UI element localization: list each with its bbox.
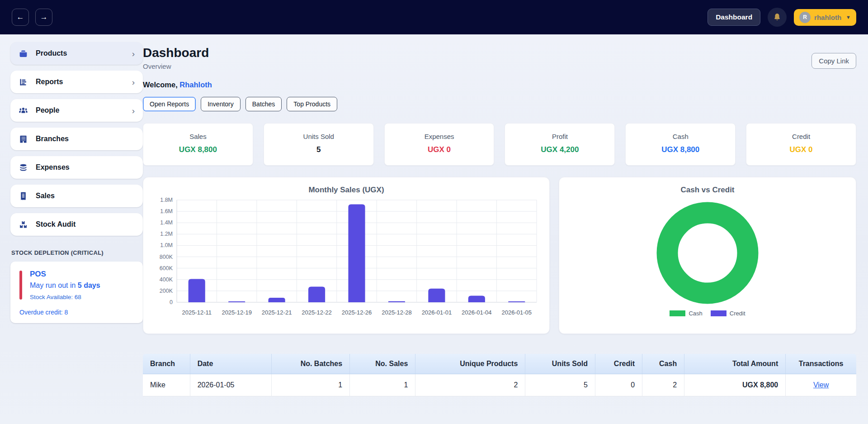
stock-depletion-card[interactable]: POS May run out in 5 days Stock Availabl…	[10, 262, 143, 323]
svg-text:400K: 400K	[160, 276, 173, 283]
sidebar-item-reports[interactable]: Reports ›	[10, 71, 143, 93]
receipt-icon	[19, 191, 28, 201]
stock-available-text: Stock Available: 68	[30, 294, 100, 300]
user-name: rhahloth	[814, 14, 841, 21]
user-menu-button[interactable]: R rhahloth ▼	[794, 9, 856, 26]
cell-cash: 2	[642, 374, 684, 396]
col-units-sold: Units Sold	[525, 354, 595, 374]
svg-text:2025-12-21: 2025-12-21	[262, 309, 292, 316]
box-icon	[19, 49, 28, 58]
sidebar-item-label: People	[36, 106, 59, 114]
svg-text:1.6M: 1.6M	[160, 208, 173, 214]
col-date: Date	[190, 354, 271, 374]
sidebar-item-label: Branches	[36, 135, 69, 143]
dashboard-nav-button[interactable]: Dashboard	[708, 9, 760, 26]
overdue-credit-text: Overdue credit: 8	[19, 309, 135, 316]
stat-card-cash: Cash UGX 8,800	[625, 123, 736, 166]
sidebar-item-people[interactable]: People ›	[10, 99, 143, 122]
sidebar-item-sales[interactable]: Sales	[10, 185, 143, 207]
sidebar-item-label: Stock Audit	[36, 220, 75, 229]
inventory-button[interactable]: Inventory	[201, 97, 241, 111]
svg-text:0: 0	[170, 299, 173, 305]
bar-chart-title: Monthly Sales (UGX)	[152, 186, 540, 195]
sidebar-item-expenses[interactable]: Expenses	[10, 156, 143, 179]
page-subtitle: Overview	[143, 62, 209, 70]
avatar: R	[799, 12, 811, 23]
sidebar: Products › Reports › People › Branches	[0, 42, 143, 396]
coins-icon	[19, 163, 28, 172]
batches-button[interactable]: Batches	[245, 97, 282, 111]
svg-text:2025-12-11: 2025-12-11	[182, 309, 212, 316]
svg-text:200K: 200K	[160, 288, 173, 294]
stat-label: Expenses	[388, 133, 491, 140]
donut-chart-title: Cash vs Credit	[568, 186, 847, 195]
cell-sales: 1	[350, 374, 415, 396]
stat-card-credit: Credit UGX 0	[746, 123, 856, 166]
col-cash: Cash	[642, 354, 684, 374]
sidebar-item-products[interactable]: Products ›	[10, 42, 143, 65]
legend-item-cash: Cash	[670, 310, 702, 317]
donut-legend: CashCredit	[568, 310, 847, 317]
chevron-down-icon: ▼	[846, 14, 851, 20]
col-no-sales: No. Sales	[350, 354, 415, 374]
svg-text:1.8M: 1.8M	[160, 197, 173, 203]
cash-vs-credit-card: Cash vs Credit CashCredit	[559, 177, 856, 334]
critical-indicator-bar	[19, 271, 22, 300]
page-title: Dashboard	[143, 46, 209, 60]
stat-label: Cash	[629, 133, 731, 140]
sidebar-item-label: Expenses	[36, 163, 70, 172]
monthly-sales-chart: 0200K400K600K800K1.0M1.2M1.4M1.6M1.8M202…	[152, 195, 540, 320]
top-navbar: ← → Dashboard R rhahloth ▼	[0, 0, 868, 34]
stat-value: UGX 0	[388, 145, 491, 154]
cell-total-amount: UGX 8,800	[684, 374, 786, 396]
welcome-username: Rhahloth	[179, 81, 212, 89]
svg-text:2025-12-28: 2025-12-28	[382, 309, 412, 316]
sidebar-item-stock-audit[interactable]: Stock Audit	[10, 213, 143, 236]
stat-label: Profit	[509, 133, 611, 140]
stat-value: UGX 4,200	[509, 145, 611, 154]
col-unique-products: Unique Products	[415, 354, 525, 374]
svg-text:1.0M: 1.0M	[160, 242, 173, 248]
legend-item-credit: Credit	[711, 310, 745, 317]
stat-card-units-sold: Units Sold 5	[264, 123, 374, 166]
view-transactions-link[interactable]: View	[813, 381, 829, 389]
cell-batches: 1	[271, 374, 350, 396]
cell-units-sold: 5	[525, 374, 595, 396]
stat-value: UGX 0	[750, 145, 852, 154]
forward-button[interactable]: →	[35, 9, 52, 26]
stat-label: Credit	[750, 133, 852, 140]
people-icon	[19, 106, 28, 115]
boxes-icon	[19, 220, 28, 229]
branch-report-table: Branch Date No. Batches No. Sales Unique…	[143, 354, 856, 396]
bell-icon	[773, 13, 782, 22]
sidebar-item-label: Sales	[36, 192, 55, 200]
monthly-sales-card: Monthly Sales (UGX) 0200K400K600K800K1.0…	[143, 177, 550, 334]
cash-vs-credit-chart	[652, 198, 763, 308]
stat-value: 5	[268, 145, 370, 154]
legend-swatch	[711, 310, 726, 316]
svg-text:2025-12-26: 2025-12-26	[342, 309, 372, 316]
cell-branch: Mike	[143, 374, 190, 396]
building-icon	[19, 134, 28, 144]
runout-text: May run out in 5 days	[30, 281, 100, 290]
back-button[interactable]: ←	[12, 9, 29, 26]
open-reports-button[interactable]: Open Reports	[143, 97, 196, 111]
svg-text:2026-01-05: 2026-01-05	[502, 309, 532, 316]
sidebar-item-branches[interactable]: Branches	[10, 128, 143, 150]
col-credit: Credit	[595, 354, 642, 374]
stat-cards: Sales UGX 8,800 Units Sold 5 Expenses UG…	[143, 123, 856, 166]
svg-text:1.2M: 1.2M	[160, 231, 173, 237]
col-total-amount: Total Amount	[684, 354, 786, 374]
top-products-button[interactable]: Top Products	[287, 97, 337, 111]
copy-link-button[interactable]: Copy Link	[811, 53, 856, 69]
stat-value: UGX 8,800	[629, 145, 731, 154]
quick-actions: Open Reports Inventory Batches Top Produ…	[143, 97, 856, 111]
notifications-button[interactable]	[768, 8, 787, 27]
stat-card-expenses: Expenses UGX 0	[384, 123, 495, 166]
svg-text:2025-12-22: 2025-12-22	[302, 309, 332, 316]
svg-text:600K: 600K	[160, 265, 173, 272]
stat-label: Sales	[147, 133, 249, 140]
sidebar-item-label: Reports	[36, 78, 63, 86]
stat-card-profit: Profit UGX 4,200	[505, 123, 615, 166]
report-icon	[19, 77, 28, 87]
